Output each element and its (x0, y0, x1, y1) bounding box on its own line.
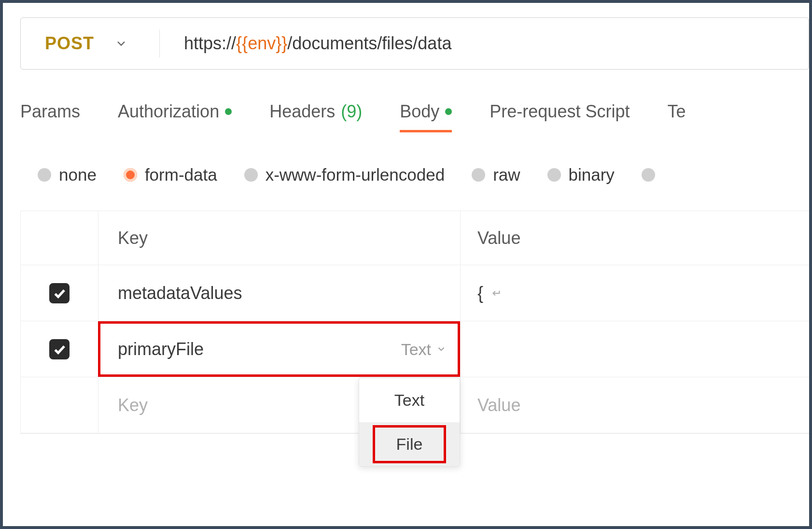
header-key-col: Key (98, 211, 460, 265)
row-checkbox[interactable] (49, 339, 70, 359)
tab-pre-request-script[interactable]: Pre-request Script (490, 101, 630, 131)
url-suffix: /documents/files/data (287, 33, 451, 53)
radio-icon (124, 168, 137, 182)
url-prefix: https:// (184, 33, 236, 53)
header-key-label: Key (118, 228, 148, 248)
radio-xwww-label: x-www-form-urlencoded (266, 165, 445, 185)
radio-form-data[interactable]: form-data (124, 165, 217, 185)
row-checkbox[interactable] (49, 283, 70, 303)
key-placeholder: Key (118, 395, 148, 415)
header-value-label: Value (477, 228, 520, 248)
key-cell[interactable]: metadataValues (98, 265, 460, 321)
radio-icon (547, 168, 561, 182)
radio-none[interactable]: none (38, 165, 97, 185)
header-value-col: Value (460, 211, 809, 265)
key-text: primaryFile (118, 339, 204, 359)
check-icon (52, 342, 67, 357)
key-type-selector[interactable]: Text (401, 340, 447, 358)
radio-icon (472, 168, 485, 182)
menu-item-text[interactable]: Text (359, 378, 460, 422)
value-cell-placeholder[interactable]: Value (460, 377, 809, 433)
tab-headers-count: (9) (341, 101, 362, 122)
divider (159, 29, 160, 57)
check-icon (52, 286, 67, 300)
request-tabs: Params Authorization Headers (9) Body Pr… (20, 101, 809, 131)
method-dropdown[interactable]: POST (21, 33, 159, 54)
radio-icon (244, 168, 258, 182)
chevron-down-icon (114, 37, 128, 50)
tab-tests[interactable]: Te (667, 101, 686, 131)
radio-icon (38, 168, 51, 182)
value-text: { (477, 283, 483, 303)
radio-raw[interactable]: raw (472, 165, 520, 185)
tab-body[interactable]: Body (400, 101, 452, 131)
value-placeholder: Value (477, 395, 520, 415)
radio-x-www-form-urlencoded[interactable]: x-www-form-urlencoded (244, 165, 445, 185)
key-type-dropdown-menu: Text File (359, 378, 460, 467)
table-row: metadataValues { (21, 265, 809, 321)
radio-binary-label: binary (569, 165, 615, 185)
tab-authorization-label: Authorization (118, 101, 219, 122)
menu-item-file[interactable]: File (359, 422, 460, 466)
tab-tests-label: Te (667, 101, 686, 122)
chevron-down-icon (436, 344, 447, 355)
tab-prs-label: Pre-request Script (490, 101, 630, 122)
key-text: metadataValues (118, 283, 242, 303)
tab-params[interactable]: Params (20, 101, 80, 131)
tab-headers[interactable]: Headers (9) (269, 101, 362, 131)
value-cell[interactable]: { (460, 265, 809, 321)
url-input[interactable]: https://{{env}}/documents/files/data (184, 33, 451, 54)
radio-extra[interactable] (642, 168, 655, 182)
menu-item-text-label: Text (394, 391, 424, 409)
radio-form-data-label: form-data (145, 165, 217, 185)
radio-binary[interactable]: binary (547, 165, 615, 185)
tab-body-label: Body (400, 101, 439, 122)
value-cell[interactable] (460, 321, 809, 377)
body-type-selector: none form-data x-www-form-urlencoded raw… (20, 165, 809, 185)
tab-headers-label: Headers (269, 101, 335, 122)
key-cell[interactable]: primaryFile Text (98, 321, 460, 377)
method-label: POST (45, 33, 94, 54)
menu-item-file-label: File (396, 435, 423, 453)
request-url-bar: POST https://{{env}}/documents/files/dat… (20, 17, 809, 70)
table-header-row: Key Value (21, 211, 809, 265)
url-variable: {{env}} (236, 33, 287, 53)
status-dot-icon (225, 108, 232, 115)
status-dot-icon (445, 108, 452, 115)
tab-params-label: Params (20, 101, 80, 122)
radio-icon (642, 168, 655, 182)
radio-none-label: none (59, 165, 97, 185)
newline-icon (490, 283, 503, 303)
tab-authorization[interactable]: Authorization (118, 101, 232, 131)
table-row: primaryFile Text (21, 321, 809, 377)
type-label: Text (401, 340, 431, 358)
radio-raw-label: raw (493, 165, 520, 185)
